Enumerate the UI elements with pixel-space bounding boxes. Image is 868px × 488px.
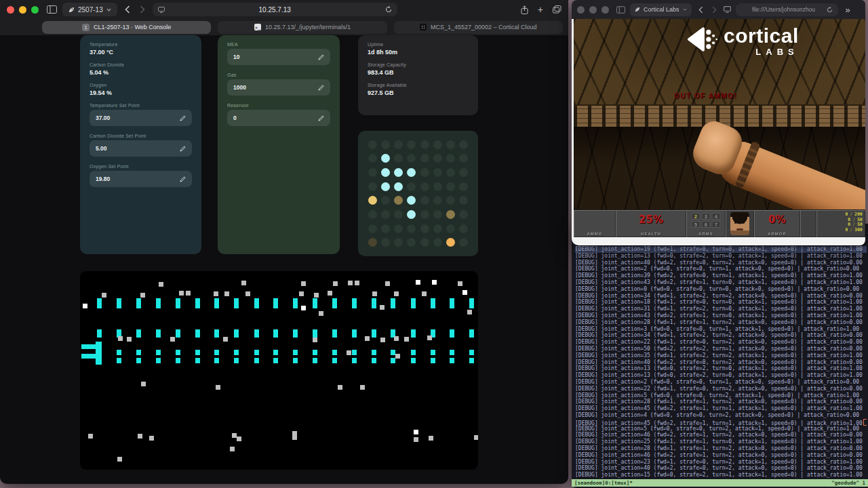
edit-pencil-icon[interactable] bbox=[318, 85, 324, 91]
electrode-dot bbox=[381, 210, 390, 219]
arms-slot: 3 bbox=[702, 213, 711, 220]
zoom-window-button[interactable] bbox=[601, 6, 609, 14]
url-text: file:///Users/johnsonzhou bbox=[741, 6, 827, 13]
sidebar-toggle-icon[interactable] bbox=[47, 5, 57, 14]
zoom-window-button[interactable] bbox=[31, 6, 39, 14]
tab-overview-icon[interactable] bbox=[553, 5, 561, 14]
spike-mark bbox=[352, 329, 357, 338]
electrode-dot bbox=[368, 182, 377, 191]
co2-set-point-input[interactable]: 5.00 bbox=[90, 140, 192, 157]
address-bar[interactable]: 10.25.7.13 bbox=[153, 3, 397, 16]
tab-label: MCS_1_45527_00002 – Cortical Cloud bbox=[431, 24, 537, 30]
terminal-line: [DEBUG] joint_action=18 (fwd=1, strafe=0… bbox=[575, 299, 867, 306]
noise-mark bbox=[355, 281, 359, 285]
field-value: 37.00 bbox=[96, 115, 110, 121]
address-bar[interactable]: file:///Users/johnsonzhou bbox=[736, 3, 838, 16]
page-icon bbox=[158, 7, 165, 13]
info-value: 927.5 GB bbox=[368, 89, 469, 96]
noise-mark bbox=[179, 291, 184, 296]
edit-pencil-icon[interactable] bbox=[318, 54, 324, 60]
uptime-item: Uptime 1d 8h 50m bbox=[368, 42, 469, 56]
spike-mark bbox=[195, 350, 200, 355]
electrode-dot bbox=[420, 210, 429, 219]
noise-mark bbox=[301, 281, 306, 286]
life-support-panel: Temperature 37.00 °C Carbon Dioxide 5.04… bbox=[80, 35, 201, 254]
tab-jupyter-terminal[interactable]: >_ 10.25.7.13/_/jupyter/terminals/1 bbox=[218, 21, 387, 34]
spike-mark bbox=[313, 358, 317, 363]
minimize-window-button[interactable] bbox=[589, 6, 597, 14]
terminal-line: [DEBUG] joint_action=43 (fwd=2, strafe=1… bbox=[575, 279, 867, 286]
electrode-dot bbox=[381, 182, 390, 191]
terminal-line: [DEBUG] joint_action=31 (fwd=1, strafe=2… bbox=[575, 306, 867, 312]
close-window-button[interactable] bbox=[7, 6, 14, 14]
more-toolbar-items[interactable]: » bbox=[846, 5, 850, 15]
edit-pencil-icon[interactable] bbox=[180, 115, 186, 121]
spike-mark bbox=[411, 358, 416, 363]
gas-input[interactable]: 1000 bbox=[227, 79, 330, 96]
electrode-dot bbox=[459, 238, 468, 247]
electrode-dot bbox=[407, 140, 416, 149]
reservoir-input[interactable]: 0 bbox=[227, 110, 330, 126]
arms-slot: 2 bbox=[692, 213, 701, 220]
profile-switcher[interactable]: Cortical Labs bbox=[630, 3, 692, 16]
reading-co2: Carbon Dioxide 5.04 % bbox=[90, 62, 192, 76]
electrode-dot bbox=[394, 182, 403, 191]
electrode-dot bbox=[433, 168, 442, 177]
temperature-set-point-input[interactable]: 37.00 bbox=[90, 110, 192, 126]
spike-mark bbox=[214, 298, 219, 308]
window-controls bbox=[577, 6, 609, 14]
tab-cortical-cloud[interactable]: MCS_1_45527_00002 – Cortical Cloud bbox=[394, 21, 563, 34]
electrode-dot bbox=[407, 238, 416, 247]
doom-game-view[interactable]: cortical LABS OUT OF AMMO! AMMO 25% HEAL… bbox=[572, 19, 865, 237]
doom-window-bottom-edge bbox=[572, 237, 865, 245]
forward-button[interactable] bbox=[138, 5, 147, 14]
spike-mark bbox=[156, 329, 161, 338]
reading-label: Temperature bbox=[90, 42, 192, 47]
tab-badge: 1 bbox=[82, 24, 90, 31]
electrode-dot bbox=[433, 196, 442, 205]
share-icon[interactable] bbox=[521, 5, 528, 14]
hud-health-value: 25% bbox=[616, 214, 686, 226]
terminal-window: [DEBUG] joint_action=19 (fwd=1, strafe=0… bbox=[572, 224, 868, 488]
spike-mark bbox=[293, 329, 298, 338]
profile-switcher[interactable]: 2507-13 bbox=[62, 3, 117, 16]
noise-mark bbox=[360, 385, 365, 390]
noise-mark bbox=[348, 281, 353, 285]
reload-icon[interactable] bbox=[827, 7, 833, 13]
sidebar-toggle-icon[interactable] bbox=[616, 6, 625, 14]
new-tab-icon[interactable]: + bbox=[538, 4, 543, 15]
edit-pencil-icon[interactable] bbox=[180, 146, 186, 152]
close-window-button[interactable] bbox=[577, 6, 585, 14]
spike-mark bbox=[313, 329, 317, 338]
noise-mark bbox=[170, 337, 175, 342]
terminal-line: [DEBUG] joint_action=13 (fwd=0, strafe=2… bbox=[575, 253, 867, 260]
hud-armor-label: ARMOR bbox=[754, 232, 800, 236]
field-label: MEA bbox=[227, 42, 330, 47]
forward-button[interactable] bbox=[710, 6, 719, 14]
electrode-dot bbox=[459, 210, 468, 219]
back-button[interactable] bbox=[696, 6, 705, 14]
minimize-window-button[interactable] bbox=[19, 6, 26, 14]
back-button[interactable] bbox=[123, 5, 132, 14]
noise-mark bbox=[232, 433, 237, 438]
noise-mark bbox=[365, 336, 370, 341]
terminal-output[interactable]: [DEBUG] joint_action=19 (fwd=1, strafe=0… bbox=[575, 246, 867, 479]
noise-mark bbox=[333, 281, 338, 286]
spike-mark bbox=[293, 350, 298, 355]
edit-pencil-icon[interactable] bbox=[318, 115, 324, 121]
spike-mark bbox=[293, 298, 298, 308]
oxygen-set-point-input[interactable]: 19.80 bbox=[90, 171, 192, 187]
spike-mark bbox=[352, 358, 357, 363]
mea-input[interactable]: 10 bbox=[227, 49, 330, 65]
reload-icon[interactable] bbox=[385, 6, 392, 13]
mea-group: MEA 10 bbox=[227, 42, 330, 65]
spike-mark bbox=[469, 329, 474, 338]
tab-web-console[interactable]: 1 CL1-2507-13 · Web Console bbox=[42, 21, 211, 34]
profile-label: Cortical Labs bbox=[644, 6, 679, 13]
info-value: 1d 8h 50m bbox=[368, 49, 469, 56]
terminal-line: [DEBUG] joint_action=40 (fwd=2, strafe=0… bbox=[575, 359, 867, 366]
edit-pencil-icon[interactable] bbox=[180, 176, 186, 182]
terminal-line: [DEBUG] joint_action=46 (fwd=2, strafe=1… bbox=[575, 452, 867, 459]
temperature-set-point-group: Temperature Set Point 37.00 bbox=[90, 103, 192, 126]
electrode-dot bbox=[446, 140, 455, 149]
